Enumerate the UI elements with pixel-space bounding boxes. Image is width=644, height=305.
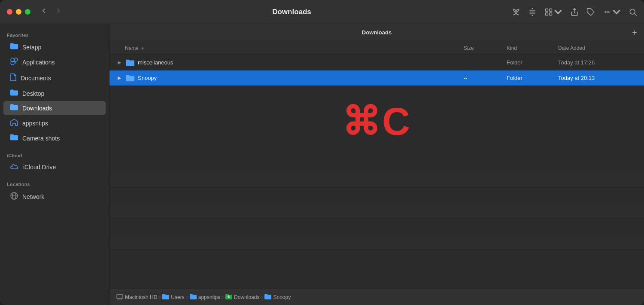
file-list: ▶ miscellaneous -- Folder Today at 17:26… <box>109 55 644 289</box>
expand-chevron-icon[interactable]: ▶ <box>116 60 122 65</box>
breadcrumb-item-users[interactable]: Users <box>162 294 184 301</box>
breadcrumb-downloads-label: Downloads <box>234 294 259 300</box>
locations-label: Locations <box>0 178 109 189</box>
document-icon <box>10 73 16 83</box>
col-size[interactable]: Size <box>460 45 503 51</box>
share-icon[interactable] <box>570 8 579 16</box>
users-folder-icon <box>162 294 169 301</box>
file-name-cell: ▶ Snoopy <box>113 75 460 82</box>
column-headers: Name ▲ Size Kind Date Added <box>109 41 644 55</box>
breadcrumb-item-downloads[interactable]: Downloads <box>225 294 259 301</box>
svg-point-15 <box>11 58 14 61</box>
empty-row <box>109 234 644 250</box>
add-button[interactable]: + <box>632 28 637 37</box>
shortcut-text: ⌘C <box>342 99 412 144</box>
camera-shots-folder-icon <box>10 134 18 142</box>
traffic-lights <box>7 9 30 15</box>
sidebar-item-icloud-drive[interactable]: iCloud Drive <box>3 160 106 174</box>
file-size: -- <box>460 59 503 66</box>
folder-icon <box>126 59 134 66</box>
downloads-folder-icon <box>225 294 232 301</box>
sidebar-item-appsntips-label: appsntips <box>22 120 48 127</box>
breadcrumb-item-snoopy[interactable]: Snoopy <box>264 294 291 301</box>
svg-rect-6 <box>546 12 548 15</box>
breadcrumb-snoopy-label: Snoopy <box>273 294 291 300</box>
empty-row <box>109 219 644 234</box>
sidebar-item-camera-shots[interactable]: Camera shots <box>3 131 106 145</box>
sidebar-item-appsntips[interactable]: appsntips <box>3 116 106 131</box>
sidebar-item-icloud-drive-label: iCloud Drive <box>23 164 56 171</box>
file-name: Snoopy <box>138 75 157 81</box>
nav-buttons <box>37 5 65 18</box>
folder-icon <box>126 75 134 82</box>
sidebar-item-setapp-label: Setapp <box>22 44 41 51</box>
file-name-cell: ▶ miscellaneous <box>113 59 460 66</box>
expand-chevron-icon[interactable]: ▶ <box>116 75 122 81</box>
table-row[interactable]: ▶ miscellaneous -- Folder Today at 17:26 <box>109 55 644 70</box>
sidebar: Favorites Setapp <box>0 24 109 305</box>
svg-line-14 <box>635 13 637 15</box>
sidebar-item-documents[interactable]: Documents <box>3 70 106 86</box>
back-button[interactable] <box>37 5 50 18</box>
breadcrumb-appsntips-label: appsntips <box>198 294 220 300</box>
search-icon[interactable] <box>629 8 637 16</box>
downloads-folder-icon <box>10 104 18 112</box>
sidebar-item-network-label: Network <box>22 193 44 200</box>
maximize-button[interactable] <box>25 9 30 15</box>
col-date-added[interactable]: Date Added <box>555 45 641 51</box>
tag-icon[interactable] <box>586 8 595 16</box>
table-row[interactable]: ▶ Snoopy -- Folder Today at 20:13 <box>109 70 644 86</box>
close-button[interactable] <box>7 9 12 15</box>
sidebar-item-desktop[interactable]: Desktop <box>3 86 106 101</box>
svg-point-16 <box>14 58 18 61</box>
sidebar-item-applications[interactable]: Applications <box>3 55 106 70</box>
svg-point-10 <box>605 12 606 12</box>
breadcrumb: Macintosh HD › Users › <box>109 289 644 305</box>
col-name[interactable]: Name ▲ <box>113 45 460 51</box>
col-kind[interactable]: Kind <box>503 45 555 51</box>
titlebar-actions <box>512 8 637 16</box>
empty-row <box>109 157 644 172</box>
breadcrumb-item-macintosh-hd[interactable]: Macintosh HD <box>116 293 157 301</box>
breadcrumb-item-appsntips[interactable]: appsntips <box>190 294 220 301</box>
minimize-button[interactable] <box>16 9 21 15</box>
svg-point-11 <box>607 12 608 12</box>
sidebar-item-camera-shots-label: Camera shots <box>22 135 60 142</box>
icloud-label: iCloud <box>0 149 109 160</box>
main-content: Favorites Setapp <box>0 24 644 305</box>
filepanel-header: Downloads + <box>109 24 644 41</box>
empty-row <box>109 172 644 188</box>
svg-rect-21 <box>117 294 123 299</box>
airdrop-icon[interactable] <box>512 8 520 16</box>
filepanel-title: Downloads <box>290 29 463 36</box>
empty-row <box>109 188 644 203</box>
macintosh-hd-icon <box>116 293 123 301</box>
breadcrumb-sep: › <box>222 294 224 300</box>
globe-icon <box>10 192 18 201</box>
sidebar-item-setapp[interactable]: Setapp <box>3 40 106 54</box>
svg-point-17 <box>11 61 14 65</box>
window-title: Downloads <box>72 8 512 16</box>
sidebar-item-downloads[interactable]: Downloads <box>3 101 106 115</box>
finder-window: Downloads <box>0 0 644 305</box>
file-date: Today at 20:13 <box>555 75 641 81</box>
file-panel: Downloads + Name ▲ Size Kind Date Add <box>109 24 644 305</box>
svg-point-12 <box>608 12 609 12</box>
applications-icon <box>10 58 18 67</box>
home-icon <box>10 119 18 128</box>
shortcut-overlay: ⌘C <box>109 86 644 157</box>
sidebar-item-downloads-label: Downloads <box>22 105 52 112</box>
list-view-icon[interactable] <box>528 8 537 16</box>
grid-view-icon[interactable] <box>544 8 562 16</box>
breadcrumb-sep: › <box>159 294 161 300</box>
breadcrumb-macintosh-hd-label: Macintosh HD <box>125 294 157 300</box>
more-icon[interactable] <box>603 8 621 16</box>
sort-arrow-icon: ▲ <box>140 46 145 50</box>
svg-rect-7 <box>550 12 552 15</box>
appsntips-folder-icon <box>190 294 197 301</box>
svg-rect-4 <box>546 9 548 11</box>
folder-icon <box>10 43 18 51</box>
icloud-icon <box>10 163 19 171</box>
forward-button[interactable] <box>52 5 65 18</box>
sidebar-item-network[interactable]: Network <box>3 189 106 204</box>
